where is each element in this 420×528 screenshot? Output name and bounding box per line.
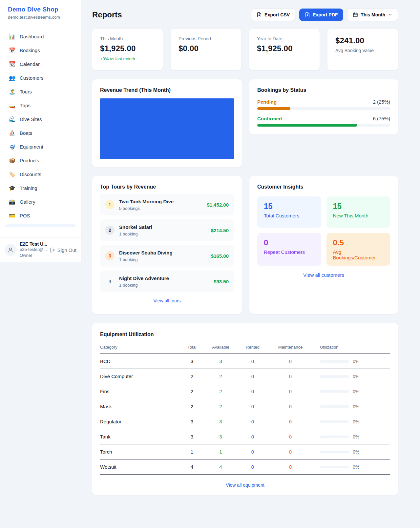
progress-track [257,124,390,127]
col-category: Category [100,343,179,354]
sidebar-item-label: Bookings [20,47,40,54]
sidebar-item-bookings[interactable]: 📅Bookings [5,44,76,57]
sidebar-item-label: Customers [20,74,44,82]
cell-utilization: 0% [312,415,390,429]
sign-out-label: Sign Out [57,247,76,253]
tour-bookings: 1 booking [119,257,206,262]
rank-badge: 2 [105,226,115,235]
sidebar-item-label: Training [20,185,37,192]
period-dropdown[interactable]: This Month [347,9,398,21]
sidebar-item-equipment[interactable]: 🤿Equipment [5,140,76,154]
export-csv-button[interactable]: Export CSV [251,9,295,21]
status-row-confirmed: Confirmed 6 (75%) [257,116,390,127]
sidebar-item-dashboard[interactable]: 📊Dashboard [5,30,76,44]
tour-row[interactable]: 4 Night Dive Adventure1 booking $93.50 [100,271,234,292]
cell-available: 1 [205,444,236,459]
tour-row[interactable]: 1 Two Tank Morning Dive5 bookings $1,452… [100,194,234,215]
tour-revenue: $93.50 [214,279,229,284]
revenue-trend-chart [100,98,234,159]
view-all-equipment-link[interactable]: View all equipment [100,482,390,488]
progress-fill [257,124,357,127]
cell-utilization: 0% [312,460,390,474]
sidebar-item-calendar[interactable]: 📆Calendar [5,57,76,71]
cell-total: 3 [179,414,205,429]
sidebar-item-boats[interactable]: ⛵Boats [5,126,76,140]
export-csv-label: Export CSV [264,12,290,17]
view-all-tours-link[interactable]: View all tours [100,298,234,303]
sidebar-item-label: Trips [20,102,31,109]
cell-category: Tank [100,429,179,444]
sidebar-item-label: Dashboard [20,33,44,40]
tour-bookings: 1 booking [119,232,206,236]
utilization-track [320,405,349,408]
stat-card-avg-booking-value: $241.00 Avg Booking Value [327,29,398,70]
stat-delta: +0% vs last month [100,56,155,61]
utilization-track [320,436,349,438]
dashboard-icon: 📊 [9,33,16,40]
sidebar-item-products[interactable]: 📦Products [5,154,76,168]
sidebar-active-item-clipped[interactable] [5,224,76,227]
table-row: Wetsuit 4 4 0 0 0% [100,459,390,475]
cell-category: Dive Computer [100,369,179,384]
insights-row: Top Tours by Revenue 1 Two Tank Morning … [92,176,398,314]
sidebar-item-customers[interactable]: 👥Customers [5,71,76,85]
cell-utilization: 0% [312,430,390,444]
utilization-track [320,375,349,378]
cell-utilization: 0% [312,369,390,384]
col-maintenance: Maintenance [269,343,312,354]
tile-avg-bookings-customer: 0.5 Avg Bookings/Customer [326,233,390,266]
tile-label: Avg Bookings/Customer [333,249,384,260]
tile-label: Total Customers [264,213,315,218]
status-label: Confirmed [257,116,282,121]
table-row: BCD 3 3 0 0 0% [100,354,390,369]
user-email: e2e-tester@... [20,247,46,253]
sidebar-item-tours[interactable]: 🏝️Tours [5,85,76,99]
utilization-track [320,451,349,453]
utilization-percent: 0% [353,404,359,409]
calendar-icon [353,12,358,17]
sidebar-item-label: Equipment [20,143,43,151]
revenue-trend-title: Revenue Trend (This Month) [100,87,234,93]
cell-utilization: 0% [312,445,390,459]
tag-icon: 🏷️ [9,171,16,178]
tile-value: 15 [333,202,384,211]
utilization-percent: 0% [353,389,359,394]
status-row-pending: Pending 2 (25%) [257,99,390,110]
main-content: Reports Export CSV Export PDF This Month… [81,0,420,495]
cell-available: 2 [205,399,236,414]
cell-maintenance: 0 [269,369,312,384]
sidebar-item-trips[interactable]: 🚤Trips [5,99,76,112]
page-title: Reports [92,10,122,19]
sidebar-item-label: Discounts [20,171,41,178]
sidebar-item-gallery[interactable]: 📸Gallery [5,195,76,209]
stat-card-year-to-date: Year to Date $1,925.00 [249,29,320,70]
sign-out-button[interactable]: Sign Out [50,247,76,253]
tour-name: Two Tank Morning Dive [119,198,202,205]
sidebar-item-label: Dive Sites [20,116,42,123]
sidebar-item-training[interactable]: 🎓Training [5,181,76,195]
col-utilization: Utilization [312,343,390,354]
sailboat-icon: ⛵ [9,130,16,137]
sidebar-item-discounts[interactable]: 🏷️Discounts [5,168,76,181]
cell-available: 2 [205,369,236,384]
tour-name: Discover Scuba Diving [119,250,206,256]
cell-rented: 0 [236,354,269,369]
sidebar-item-label: Products [20,157,39,164]
stat-label: Avg Booking Value [335,48,390,53]
tour-row[interactable]: 2 Snorkel Safari1 booking $214.50 [100,219,234,241]
sidebar-item-dive-sites[interactable]: 🌊Dive Sites [5,112,76,126]
graduation-cap-icon: 🎓 [9,185,16,192]
chevron-down-icon [388,12,392,17]
view-all-customers-link[interactable]: View all customers [257,272,390,278]
sidebar-item-label: Gallery [20,198,35,206]
export-pdf-button[interactable]: Export PDF [299,9,343,21]
sidebar: Demo Dive Shop demo.test.divestreams.com… [0,0,81,262]
status-count: 2 (25%) [373,99,390,105]
tour-row[interactable]: 3 Discover Scuba Diving1 booking $165.00 [100,245,234,267]
header-actions: Export CSV Export PDF This Month [251,9,398,21]
sidebar-item-pos[interactable]: 💳POS [5,209,76,223]
table-row: Fins 2 2 0 0 0% [100,384,390,399]
calendar-number-icon: 📅 [9,47,16,54]
cell-rented: 0 [236,444,269,459]
table-row: Mask 2 2 0 0 0% [100,399,390,414]
